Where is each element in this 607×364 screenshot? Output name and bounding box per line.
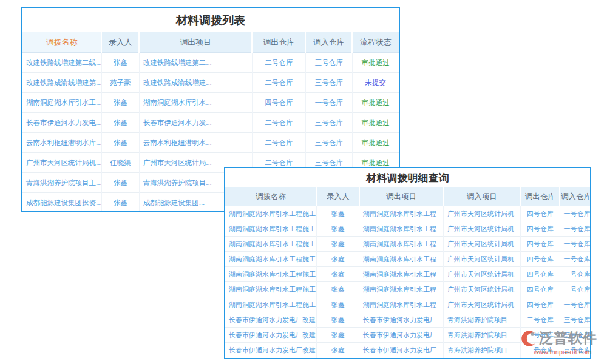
table-cell[interactable]: 成都能源建设集团投资... xyxy=(22,193,101,213)
table-cell: 张鑫 xyxy=(101,173,139,193)
column-header[interactable]: 调出仓库 xyxy=(252,32,305,53)
fanpu-logo-icon xyxy=(520,329,538,348)
table-cell: 改建铁路成渝线增建... xyxy=(139,73,252,93)
table-row[interactable]: 湖南洞庭湖水库引水工程施工张鑫湖南洞庭湖水库引水工程广州市天河区统计局机四号仓库… xyxy=(225,282,590,297)
table-cell: 二号仓库 xyxy=(252,113,305,133)
table-cell[interactable]: 湖南洞庭湖水库引水工程施工 xyxy=(225,282,317,297)
table-cell: 青海洪湖养护院项目 xyxy=(443,343,520,358)
table-cell[interactable]: 改建铁路线增建第二线... xyxy=(22,53,101,73)
table-cell: 苑子豪 xyxy=(101,73,139,93)
brand-name: 泛普软件 xyxy=(539,329,597,348)
table-cell[interactable]: 湖南洞庭湖水库引水工程施工 xyxy=(225,206,317,221)
column-header[interactable]: 调入仓库 xyxy=(560,187,590,206)
table-cell: 张鑫 xyxy=(317,282,359,297)
brand-url: www.fanpusoft.com xyxy=(520,348,606,356)
table-cell: 张鑫 xyxy=(317,237,359,252)
table-row[interactable]: 湖南洞庭湖水库引水工程施工张鑫湖南洞庭湖水库引水工程广州市天河区统计局机四号仓库… xyxy=(225,297,590,312)
table-row[interactable]: 长春市伊通河水力发电厂改建工张鑫长春市伊通河水力发电厂青海洪湖养护院项目二号仓库… xyxy=(225,312,590,328)
fanpu-watermark: 泛普软件 www.fanpusoft.com xyxy=(520,329,606,356)
table-row[interactable]: 湖南洞庭湖水库引水工程施工张鑫湖南洞庭湖水库引水工程广州市天河区统计局机四号仓库… xyxy=(225,237,590,252)
column-header[interactable]: 调入项目 xyxy=(443,187,520,206)
table-row[interactable]: 改建铁路线增建第二线...张鑫改建铁路线增建第二...二号仓库三号仓库审批通过 xyxy=(22,53,399,73)
table-cell[interactable]: 青海洪湖养护院项目主... xyxy=(22,173,101,193)
table-cell: 一号仓库 xyxy=(560,267,590,282)
status-badge[interactable]: 审批通过 xyxy=(352,133,399,153)
table-cell: 一号仓库 xyxy=(560,237,590,252)
table-cell: 一号仓库 xyxy=(560,297,590,312)
header-row: 调拨名称录入人调出项目调入项目调出仓库调入仓库 xyxy=(225,187,590,206)
brand-row: 泛普软件 xyxy=(520,329,606,348)
column-header[interactable]: 流程状态 xyxy=(352,32,399,53)
table-cell: 广州市天河区统计局机 xyxy=(443,282,520,297)
table-row[interactable]: 湖南洞庭湖水库引水工程施工张鑫湖南洞庭湖水库引水工程广州市天河区统计局机四号仓库… xyxy=(225,252,590,267)
table-row[interactable]: 湖南洞庭湖水库引水工程施工张鑫湖南洞庭湖水库引水工程广州市天河区统计局机四号仓库… xyxy=(225,267,590,282)
column-header[interactable]: 调入仓库 xyxy=(305,32,352,53)
column-header[interactable]: 调拨名称 xyxy=(22,32,101,53)
table-cell: 三号仓库 xyxy=(305,133,352,153)
table-cell: 长春市伊通河水力发电厂 xyxy=(359,343,444,358)
table-cell[interactable]: 广州市天河区统计局机... xyxy=(22,153,101,173)
table-cell[interactable]: 湖南洞庭湖水库引水工程施工 xyxy=(225,252,317,267)
table-cell[interactable]: 湖南洞庭湖水库引水工程施工 xyxy=(225,221,317,237)
table-cell[interactable]: 长春市伊通河水力发电... xyxy=(22,113,101,133)
table-cell: 四号仓库 xyxy=(520,252,560,267)
table-cell: 一号仓库 xyxy=(305,93,352,113)
table-cell[interactable]: 长春市伊通河水力发电厂改建工 xyxy=(225,328,317,343)
table-row[interactable]: 湖南洞庭湖水库引水工程施工张鑫湖南洞庭湖水库引水工程广州市天河区统计局机四号仓库… xyxy=(225,206,590,221)
table-cell: 湖南洞庭湖水库引水工程 xyxy=(359,221,444,237)
table-cell: 青海洪湖养护院项目 xyxy=(443,312,520,328)
table-cell: 四号仓库 xyxy=(520,206,560,221)
table-cell[interactable]: 湖南洞庭湖水库引水工... xyxy=(22,93,101,113)
table-cell: 改建铁路线增建第二... xyxy=(139,53,252,73)
table-cell[interactable]: 长春市伊通河水力发电厂改建工 xyxy=(225,312,317,328)
table-cell: 张鑫 xyxy=(101,53,139,73)
status-badge[interactable]: 审批通过 xyxy=(352,93,399,113)
table-cell[interactable]: 长春市伊通河水力发电厂改建工 xyxy=(225,343,317,358)
table-cell: 张鑫 xyxy=(317,328,359,343)
status-badge[interactable]: 审批通过 xyxy=(352,53,399,73)
column-header[interactable]: 调出项目 xyxy=(359,187,444,206)
status-badge[interactable]: 审批通过 xyxy=(352,113,399,133)
status-badge[interactable]: 未提交 xyxy=(352,73,399,93)
table-cell: 二号仓库 xyxy=(252,133,305,153)
column-header[interactable]: 录入人 xyxy=(317,187,359,206)
table-cell: 长春市伊通河水力发电厂 xyxy=(359,312,444,328)
table-cell[interactable]: 湖南洞庭湖水库引水工程施工 xyxy=(225,237,317,252)
column-header[interactable]: 调出项目 xyxy=(139,32,252,53)
column-header[interactable]: 录入人 xyxy=(101,32,139,53)
table-cell: 三号仓库 xyxy=(305,73,352,93)
table-cell[interactable]: 湖南洞庭湖水库引水工程施工 xyxy=(225,297,317,312)
table-row[interactable]: 改建铁路成渝线增建第...苑子豪改建铁路成渝线增建...二号仓库三号仓库未提交 xyxy=(22,73,399,93)
table-cell: 湖南洞庭湖水库引水工程 xyxy=(359,297,444,312)
column-header[interactable]: 调拨名称 xyxy=(225,187,317,206)
table-cell: 张鑫 xyxy=(101,133,139,153)
table-cell: 长春市伊通河水力发电厂 xyxy=(359,328,444,343)
table-cell: 张鑫 xyxy=(317,312,359,328)
table-cell: 张鑫 xyxy=(317,267,359,282)
table-cell: 张鑫 xyxy=(101,113,139,133)
table-cell: 湖南洞庭湖水库引水工程 xyxy=(359,237,444,252)
table-cell: 湖南洞庭湖水库引水工程 xyxy=(359,206,444,221)
column-header[interactable]: 调出仓库 xyxy=(520,187,560,206)
table-cell: 云南水利枢纽潜明水... xyxy=(139,133,252,153)
table-cell[interactable]: 湖南洞庭湖水库引水工程施工 xyxy=(225,267,317,282)
table-cell: 三号仓库 xyxy=(305,113,352,133)
table-row[interactable]: 长春市伊通河水力发电...张鑫长春市伊通河水力发...二号仓库三号仓库审批通过 xyxy=(22,113,399,133)
table-row[interactable]: 湖南洞庭湖水库引水工...张鑫湖南洞庭湖水库引水...四号仓库一号仓库审批通过 xyxy=(22,93,399,113)
table-row[interactable]: 湖南洞庭湖水库引水工程施工张鑫湖南洞庭湖水库引水工程广州市天河区统计局机四号仓库… xyxy=(225,221,590,237)
table-cell: 一号仓库 xyxy=(560,206,590,221)
detail-table-title: 材料调拨明细查询 xyxy=(225,168,590,187)
table-cell: 四号仓库 xyxy=(520,237,560,252)
table-cell: 广州市天河区统计局机 xyxy=(443,267,520,282)
table-cell: 四号仓库 xyxy=(252,93,305,113)
table-cell: 广州市天河区统计局机 xyxy=(443,237,520,252)
table-cell: 三号仓库 xyxy=(305,53,352,73)
table-cell: 张鑫 xyxy=(317,206,359,221)
table-cell: 广州市天河区统计局机 xyxy=(443,252,520,267)
table-row[interactable]: 云南水利枢纽潜明水库...张鑫云南水利枢纽潜明水...二号仓库三号仓库审批通过 xyxy=(22,133,399,153)
table-cell[interactable]: 改建铁路成渝线增建第... xyxy=(22,73,101,93)
table-cell: 张鑫 xyxy=(317,343,359,358)
table-cell[interactable]: 云南水利枢纽潜明水库... xyxy=(22,133,101,153)
table-cell: 一号仓库 xyxy=(560,282,590,297)
table-cell: 张鑫 xyxy=(101,193,139,213)
